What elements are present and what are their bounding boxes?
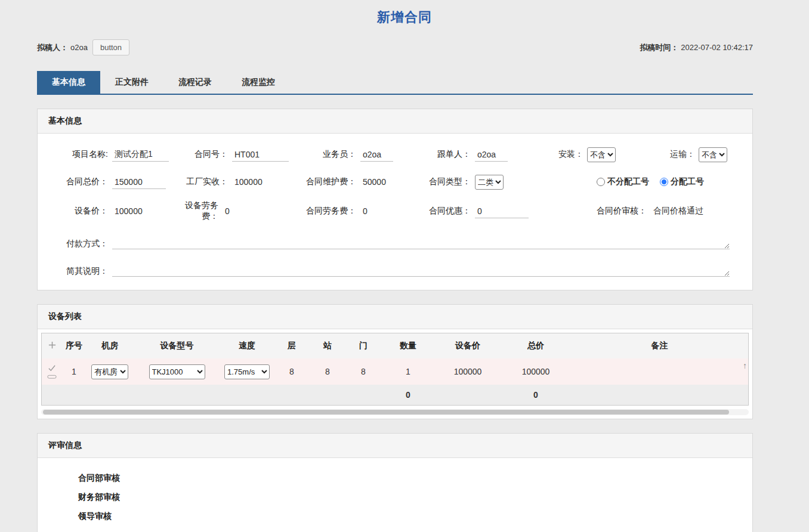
equipment-table: 序号 机房 设备型号 速度 层 站 门 数量 设备价 总价 备注 [42, 333, 748, 405]
work-no-field: 不分配工号 分配工号 [558, 173, 730, 191]
model-select[interactable]: TKJ1000 [149, 364, 205, 379]
scroll-up-icon[interactable]: ↑ [743, 361, 747, 370]
row-seq: 1 [62, 358, 86, 385]
review-panel: 评审信息 合同部审核 财务部审核 领导审核 [37, 433, 753, 532]
contract-labor-value: 0 [360, 206, 368, 216]
no-assign-radio-label[interactable]: 不分配工号 [597, 177, 649, 187]
equipment-header-row: 序号 机房 设备型号 速度 层 站 门 数量 设备价 总价 备注 [42, 333, 748, 358]
brief-note-textarea[interactable] [112, 262, 730, 277]
basic-info-panel-title: 基本信息 [38, 109, 752, 134]
project-name-field: 项目名称: [60, 146, 177, 163]
follower-label: 跟单人： [424, 149, 471, 160]
review-panel-title: 评审信息 [38, 434, 752, 458]
drafter-button[interactable]: button [92, 39, 129, 55]
equipment-panel: 设备列表 [37, 304, 753, 419]
factory-received-label: 工厂实收： [177, 177, 228, 187]
equip-price-label: 设备价： [60, 206, 108, 216]
total-price-input[interactable] [112, 175, 166, 189]
contract-type-label: 合同类型： [424, 177, 471, 187]
speed-select[interactable]: 1.75m/s [224, 364, 270, 379]
col-header-unit-price: 设备价 [435, 333, 501, 358]
brief-note-label: 简其说明： [60, 266, 108, 277]
add-row-icon[interactable] [48, 341, 57, 349]
total-price-label: 合同总价： [60, 177, 108, 187]
follower-field: 跟单人： [424, 146, 558, 163]
col-header-speed: 速度 [220, 333, 274, 358]
project-name-input[interactable] [112, 148, 169, 162]
equipment-table-wrap: 序号 机房 设备型号 速度 层 站 门 数量 设备价 总价 备注 [41, 333, 749, 406]
drafter-area: 拟稿人： o2oa button [37, 39, 129, 55]
row-unit-price: 100000 [435, 358, 501, 385]
equipment-row: 1 有机房 TKJ1000 [42, 358, 748, 385]
factory-received-value: 100000 [232, 177, 263, 187]
drafter-value: o2oa [70, 43, 88, 52]
maintenance-fee-label: 合同维护费： [299, 177, 356, 187]
row-stations: 8 [310, 358, 345, 385]
horizontal-scrollbar[interactable] [41, 409, 749, 415]
assign-radio-label[interactable]: 分配工号 [660, 177, 704, 187]
assign-radio[interactable] [660, 178, 668, 186]
tab-flow-monitor[interactable]: 流程监控 [227, 71, 290, 94]
row-qty: 1 [381, 358, 435, 385]
price-review-field: 合同价审核： 合同价格通过 [558, 202, 730, 220]
review-item-contract-dept: 合同部审核 [38, 469, 752, 488]
tab-basic-info[interactable]: 基本信息 [37, 71, 100, 94]
row-floors: 8 [274, 358, 310, 385]
contract-type-select[interactable]: 二类 [475, 175, 504, 190]
room-select[interactable]: 有机房 [91, 364, 128, 379]
tab-bar: 基本信息 正文附件 流程记录 流程监控 [37, 71, 753, 95]
contract-no-label: 合同号： [177, 149, 228, 160]
equip-labor-value: 0 [223, 206, 230, 216]
main-content: 拟稿人： o2oa button 拟稿时间： 2022-07-02 10:42:… [37, 39, 753, 532]
no-assign-radio[interactable] [597, 178, 605, 186]
qty-sum: 0 [381, 385, 435, 405]
horizontal-scrollbar-thumb[interactable] [43, 410, 729, 415]
remove-row-icon[interactable] [47, 375, 57, 379]
page-title: 新增合同 [0, 0, 809, 26]
transport-label: 运输： [670, 149, 695, 160]
salesman-field: 业务员： [299, 146, 424, 163]
salesman-input[interactable] [360, 148, 393, 162]
basic-info-panel: 基本信息 项目名称: 合同号： 业务员： 跟单人： [37, 109, 753, 290]
draft-time-area: 拟稿时间： 2022-07-02 10:42:17 [640, 42, 753, 53]
meta-row: 拟稿人： o2oa button 拟稿时间： 2022-07-02 10:42:… [37, 39, 753, 55]
tab-body-attachment[interactable]: 正文附件 [100, 71, 163, 94]
review-item-finance-dept: 财务部审核 [38, 488, 752, 507]
price-review-label: 合同价审核： [597, 206, 647, 216]
equipment-table-area: 序号 机房 设备型号 速度 层 站 门 数量 设备价 总价 备注 [38, 329, 752, 419]
follower-input[interactable] [475, 148, 508, 162]
discount-input[interactable] [475, 205, 529, 218]
assign-radio-text: 分配工号 [671, 177, 704, 187]
contract-type-field: 合同类型： 二类 [424, 173, 558, 191]
total-price-field: 合同总价： [60, 173, 177, 191]
review-item-leader: 领导审核 [38, 507, 752, 526]
contract-no-input[interactable] [232, 148, 289, 162]
payment-method-textarea[interactable] [112, 235, 730, 249]
payment-method-field: 付款方式： [60, 231, 730, 249]
total-sum: 0 [501, 385, 571, 405]
col-header-model: 设备型号 [134, 333, 220, 358]
contract-labor-field: 合同劳务费： 0 [299, 202, 424, 220]
drafter-label: 拟稿人： [37, 42, 68, 53]
row-doors: 8 [345, 358, 381, 385]
install-label: 安装： [558, 149, 583, 160]
equip-price-field: 设备价： 100000 [60, 202, 177, 220]
brief-note-field: 简其说明： [60, 259, 730, 277]
col-header-floors: 层 [274, 333, 310, 358]
maintenance-fee-field: 合同维护费： 50000 [299, 173, 424, 191]
install-transport-field: 安装： 不含 运输： 不含 [558, 146, 730, 163]
col-header-doors: 门 [345, 333, 381, 358]
install-select[interactable]: 不含 [587, 147, 616, 162]
tab-flow-record[interactable]: 流程记录 [163, 71, 227, 94]
factory-received-field: 工厂实收： 100000 [177, 173, 299, 191]
discount-label: 合同优惠： [424, 206, 471, 216]
col-header-room: 机房 [86, 333, 134, 358]
col-header-remark: 备注 [571, 333, 748, 358]
equip-labor-field: 设备劳务费： 0 [177, 200, 299, 222]
col-header-seq: 序号 [62, 333, 86, 358]
payment-method-label: 付款方式： [60, 239, 108, 249]
row-total-price: 100000 [501, 358, 571, 385]
transport-select[interactable]: 不含 [699, 147, 727, 162]
basic-info-form: 项目名称: 合同号： 业务员： 跟单人： [38, 134, 752, 290]
confirm-row-icon[interactable] [48, 364, 56, 372]
